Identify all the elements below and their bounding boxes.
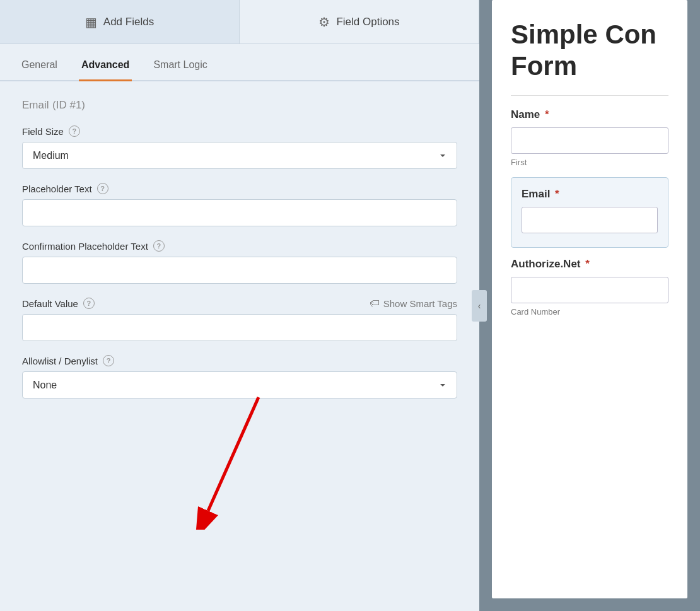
default-value-label-row: Default Value ? 🏷 Show Smart Tags (22, 298, 457, 309)
collapse-button[interactable]: ‹ (472, 290, 487, 322)
preview-title: Simple ConForm (511, 19, 668, 83)
authorize-required: * (585, 258, 590, 270)
add-fields-tab[interactable]: ▦ Add Fields (0, 0, 240, 44)
field-size-help-icon[interactable]: ? (69, 125, 80, 137)
allowlist-group: Allowlist / Denylist ? None Allowlist De… (22, 355, 457, 399)
confirmation-help-icon[interactable]: ? (153, 240, 165, 252)
confirmation-placeholder-group: Confirmation Placeholder Text ? (22, 240, 457, 284)
field-size-select[interactable]: Medium Small Large (22, 142, 457, 169)
placeholder-text-group: Placeholder Text ? (22, 183, 457, 226)
show-smart-tags-button[interactable]: 🏷 Show Smart Tags (370, 298, 457, 309)
authorize-section: Authorize.Net * Card Number (511, 258, 668, 317)
name-sub-label: First (511, 158, 668, 167)
field-options-tab[interactable]: ⚙ Field Options (240, 0, 479, 44)
right-panel: Simple ConForm Name * First Email * Auth… (479, 0, 700, 611)
field-size-group: Field Size ? Medium Small Large (22, 125, 457, 169)
authorize-label: Authorize.Net * (511, 258, 668, 271)
tab-general[interactable]: General (19, 50, 60, 81)
allowlist-select[interactable]: None Allowlist Denylist (22, 371, 457, 399)
allowlist-help-icon[interactable]: ? (103, 355, 114, 366)
card-number-input[interactable] (511, 277, 668, 303)
name-field-label: Name * (511, 108, 668, 121)
placeholder-text-input[interactable] (22, 199, 457, 226)
confirmation-placeholder-label: Confirmation Placeholder Text ? (22, 240, 457, 252)
default-value-input[interactable] (22, 314, 457, 341)
header-tabs: ▦ Add Fields ⚙ Field Options (0, 0, 479, 44)
preview-divider (511, 95, 668, 96)
allowlist-label: Allowlist / Denylist ? (22, 355, 457, 366)
placeholder-help-icon[interactable]: ? (97, 183, 108, 194)
field-size-label: Field Size ? (22, 125, 457, 137)
tab-smart-logic[interactable]: Smart Logic (151, 50, 209, 81)
field-title: Email (ID #1) (22, 97, 457, 112)
add-fields-icon: ▦ (85, 15, 97, 30)
confirmation-placeholder-input[interactable] (22, 257, 457, 284)
name-required: * (545, 108, 549, 120)
sub-tabs: General Advanced Smart Logic (0, 50, 479, 81)
tag-icon: 🏷 (370, 298, 380, 309)
add-fields-label: Add Fields (103, 16, 154, 28)
default-value-help-icon[interactable]: ? (83, 298, 95, 309)
name-input[interactable] (511, 127, 668, 154)
form-preview: Simple ConForm Name * First Email * Auth… (492, 0, 687, 598)
placeholder-text-label: Placeholder Text ? (22, 183, 457, 194)
card-number-label: Card Number (511, 307, 668, 317)
field-options-label: Field Options (336, 16, 399, 28)
email-field-group: Email * (511, 177, 668, 248)
email-input[interactable] (522, 207, 658, 233)
name-field-group: Name * First (511, 108, 668, 167)
email-field-label: Email * (522, 188, 658, 201)
default-value-group: Default Value ? 🏷 Show Smart Tags (22, 298, 457, 341)
tab-advanced[interactable]: Advanced (79, 50, 132, 81)
content-area: Email (ID #1) Field Size ? Medium Small … (0, 81, 479, 611)
default-value-label: Default Value ? (22, 298, 95, 309)
email-required: * (555, 188, 559, 200)
field-options-icon: ⚙ (318, 15, 330, 30)
